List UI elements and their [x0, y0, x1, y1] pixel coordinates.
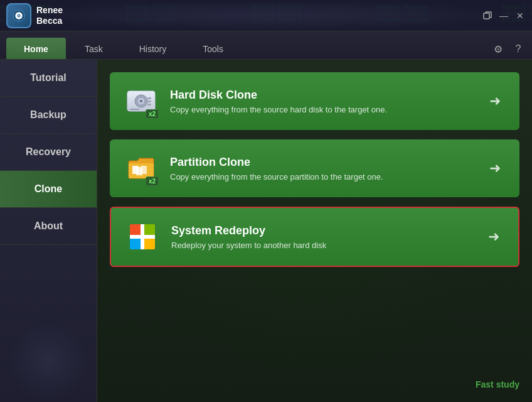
partition-clone-text: Partition Clone Copy everything from the…	[170, 156, 479, 182]
svg-rect-12	[147, 100, 151, 102]
sidebar-item-recovery[interactable]: Recovery	[0, 134, 97, 171]
svg-rect-13	[147, 104, 151, 106]
content-area: x2 Hard Disk Clone Copy everything from …	[97, 60, 532, 402]
restore-button[interactable]	[482, 10, 493, 21]
nav-bar: Home Task History Tools ⚙ ?	[0, 31, 532, 60]
sidebar-item-tutorial[interactable]: Tutorial	[0, 60, 97, 97]
sidebar-item-backup[interactable]: Backup	[0, 97, 97, 134]
system-redeploy-text: System Redeploy Redeploy your system to …	[171, 224, 478, 250]
tab-history[interactable]: History	[122, 39, 184, 59]
svg-point-3	[18, 15, 19, 16]
title-bar: R Renee Becca — ✕	[0, 0, 532, 31]
partition-clone-icon: x2	[122, 149, 160, 187]
hard-disk-clone-text: Hard Disk Clone Copy everything from the…	[170, 89, 479, 114]
app-branding: R Renee Becca	[6, 3, 63, 28]
hard-disk-clone-card[interactable]: x2 Hard Disk Clone Copy everything from …	[110, 72, 519, 130]
partition-badge: x2	[146, 177, 159, 186]
svg-point-10	[140, 100, 142, 102]
hard-disk-clone-icon: x2	[122, 82, 160, 120]
svg-rect-21	[144, 238, 155, 249]
system-redeploy-icon	[124, 218, 161, 256]
svg-rect-5	[484, 13, 489, 19]
main-content: Tutorial Backup Recovery Clone About	[0, 60, 532, 402]
partition-clone-card[interactable]: x2 Partition Clone Copy everything from …	[110, 139, 519, 197]
partition-clone-desc: Copy everything from the source partitio…	[170, 172, 479, 182]
system-redeploy-card[interactable]: System Redeploy Redeploy your system to …	[110, 207, 519, 267]
svg-rect-17	[136, 167, 142, 175]
system-redeploy-title: System Redeploy	[171, 224, 478, 237]
tab-tools[interactable]: Tools	[185, 39, 241, 59]
hard-disk-clone-title: Hard Disk Clone	[170, 89, 479, 102]
hard-disk-badge: x2	[146, 109, 159, 119]
window-controls: — ✕	[482, 10, 526, 21]
close-button[interactable]: ✕	[514, 10, 526, 21]
settings-button[interactable]: ⚙	[491, 41, 506, 57]
hard-disk-clone-desc: Copy everything from the source hard dis…	[170, 105, 479, 114]
svg-rect-20	[130, 238, 141, 249]
nav-tabs: Home Task History Tools	[6, 38, 241, 59]
tab-task[interactable]: Task	[67, 39, 120, 59]
app-logo: R	[6, 3, 31, 28]
fast-study-link[interactable]: Fast study	[476, 379, 519, 389]
hard-disk-clone-arrow: ➜	[489, 93, 501, 109]
svg-rect-14	[130, 109, 139, 110]
svg-rect-23	[130, 235, 155, 239]
app-name: Renee Becca	[36, 5, 63, 26]
sidebar-item-clone[interactable]: Clone	[0, 171, 97, 208]
partition-clone-title: Partition Clone	[170, 156, 479, 169]
sidebar-item-about[interactable]: About	[0, 208, 97, 245]
minimize-button[interactable]: —	[498, 10, 509, 21]
system-redeploy-arrow: ➜	[488, 229, 499, 245]
sidebar: Tutorial Backup Recovery Clone About	[0, 60, 97, 402]
tab-home[interactable]: Home	[6, 38, 66, 59]
nav-right-controls: ⚙ ?	[491, 41, 526, 59]
svg-rect-11	[147, 97, 151, 99]
partition-clone-arrow: ➜	[489, 160, 501, 177]
svg-rect-18	[130, 224, 141, 236]
system-redeploy-desc: Redeploy your system to another hard dis…	[171, 241, 478, 250]
help-button[interactable]: ?	[511, 41, 526, 57]
svg-rect-19	[144, 224, 155, 236]
